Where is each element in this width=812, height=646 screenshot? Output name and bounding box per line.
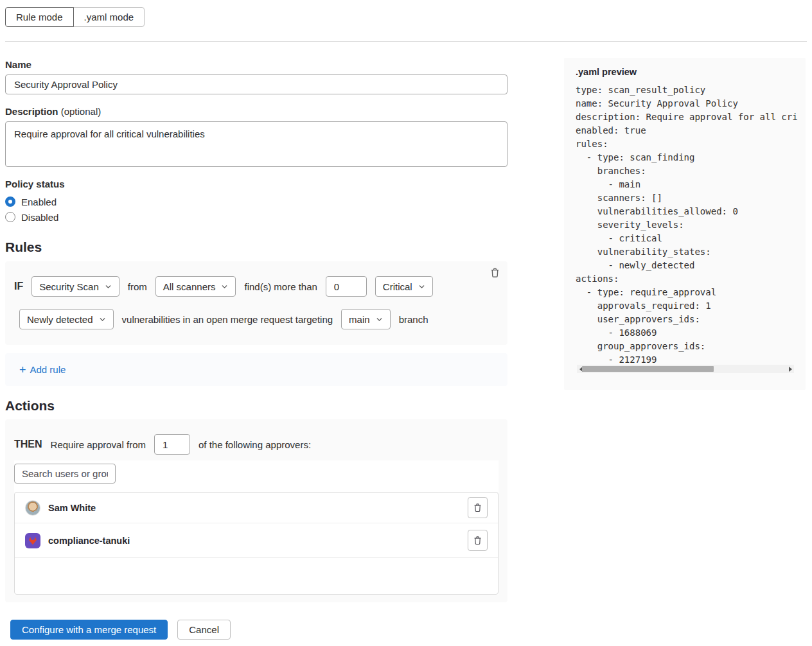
then-keyword: THEN xyxy=(14,439,42,450)
approver-name: Sam White xyxy=(48,503,96,513)
radio-enabled-dot[interactable] xyxy=(5,196,15,207)
scan-type-dropdown[interactable]: Security Scan xyxy=(31,276,119,297)
name-input[interactable] xyxy=(5,74,508,94)
delete-rule-button[interactable] xyxy=(490,267,500,278)
policy-editor-page: Rule mode .yaml mode Name Description (o… xyxy=(0,0,812,646)
policy-status-radio-group: Enabled Disabled xyxy=(5,194,508,225)
approvers-section: Sam White compliance xyxy=(14,460,499,595)
scanners-value: All scanners xyxy=(163,281,216,292)
branch-label: branch xyxy=(399,314,428,325)
radio-disabled-dot[interactable] xyxy=(5,212,15,222)
from-label: from xyxy=(128,281,147,292)
mode-tabs: Rule mode .yaml mode xyxy=(5,7,145,27)
actions-panel: THEN Require approval from of the follow… xyxy=(5,419,508,602)
severity-dropdown[interactable]: Critical xyxy=(375,276,433,297)
rules-heading: Rules xyxy=(5,240,508,255)
policy-status-label: Policy status xyxy=(5,179,508,189)
description-optional-hint: (optional) xyxy=(61,106,102,117)
yaml-preview-panel: .yaml preview type: scan_result_policy n… xyxy=(564,58,806,390)
vulnerability-state-dropdown[interactable]: Newly detected xyxy=(19,309,114,329)
rule-row-2: Newly detected vulnerabilities in an ope… xyxy=(19,309,499,329)
finds-more-than-label: find(s) more than xyxy=(244,281,317,292)
scroll-right-button[interactable] xyxy=(786,365,794,373)
configure-merge-request-button[interactable]: Configure with a merge request xyxy=(10,620,168,640)
severity-value: Critical xyxy=(383,281,412,292)
branch-value: main xyxy=(349,314,370,325)
radio-disabled[interactable]: Disabled xyxy=(5,209,508,225)
add-rule-button[interactable]: + Add rule xyxy=(19,364,66,376)
cancel-button[interactable]: Cancel xyxy=(177,620,231,640)
chevron-down-icon xyxy=(376,316,383,323)
targeting-label: vulnerabilities in an open merge request… xyxy=(122,314,333,325)
radio-enabled-label: Enabled xyxy=(21,196,57,207)
radio-enabled[interactable]: Enabled xyxy=(5,194,508,209)
remove-approver-button[interactable] xyxy=(468,530,488,551)
vulnerability-state-value: Newly detected xyxy=(27,314,93,325)
chevron-down-icon xyxy=(99,316,106,323)
rule-row-1: IF Security Scan from All scanners find(… xyxy=(14,276,499,297)
add-rule-panel: + Add rule xyxy=(5,353,508,386)
scan-type-value: Security Scan xyxy=(39,281,99,292)
tab-rule-mode[interactable]: Rule mode xyxy=(5,7,74,27)
yaml-horizontal-scrollbar[interactable] xyxy=(577,365,794,373)
approver-row: Sam White xyxy=(15,493,498,523)
yaml-code: type: scan_result_policy name: Security … xyxy=(576,83,802,367)
branch-dropdown[interactable]: main xyxy=(341,309,391,329)
yaml-preview-title: .yaml preview xyxy=(576,67,806,77)
search-users-groups-input[interactable] xyxy=(14,464,116,484)
form-footer: Configure with a merge request Cancel xyxy=(10,620,508,640)
section-divider xyxy=(5,41,807,42)
group-avatar xyxy=(25,533,40,548)
tab-yaml-mode[interactable]: .yaml mode xyxy=(73,7,145,27)
trash-icon xyxy=(490,267,500,278)
then-row: THEN Require approval from of the follow… xyxy=(14,434,499,455)
approver-list: Sam White compliance xyxy=(14,492,499,595)
chevron-down-icon xyxy=(221,283,228,290)
trash-icon xyxy=(473,536,482,545)
chevron-down-icon xyxy=(105,283,112,290)
policy-form: Name Description (optional) Require appr… xyxy=(5,59,508,640)
rule-panel: IF Security Scan from All scanners find(… xyxy=(5,261,508,345)
vulnerabilities-allowed-input[interactable] xyxy=(326,276,367,297)
name-label: Name xyxy=(5,59,508,70)
description-label-text: Description xyxy=(5,106,58,117)
approver-name: compliance-tanuki xyxy=(48,536,130,546)
require-approval-label: Require approval from xyxy=(51,439,146,450)
add-rule-label: Add rule xyxy=(30,364,66,375)
scrollbar-thumb[interactable] xyxy=(582,366,714,372)
chevron-down-icon xyxy=(418,283,425,290)
trash-icon xyxy=(473,503,482,512)
user-avatar xyxy=(25,500,40,516)
plus-icon: + xyxy=(19,364,26,376)
of-following-approvers-label: of the following approvers: xyxy=(199,439,311,450)
actions-heading: Actions xyxy=(5,398,508,414)
approver-row: compliance-tanuki xyxy=(15,523,498,558)
description-textarea[interactable]: Require approval for all critical vulner… xyxy=(5,121,508,167)
remove-approver-button[interactable] xyxy=(468,497,488,518)
radio-disabled-label: Disabled xyxy=(21,212,58,223)
scroll-right-icon xyxy=(789,367,792,372)
scanners-dropdown[interactable]: All scanners xyxy=(155,276,236,297)
tanuki-icon xyxy=(28,536,38,546)
if-keyword: IF xyxy=(14,281,23,292)
approvals-required-input[interactable] xyxy=(154,434,190,455)
description-label: Description (optional) xyxy=(5,106,508,117)
